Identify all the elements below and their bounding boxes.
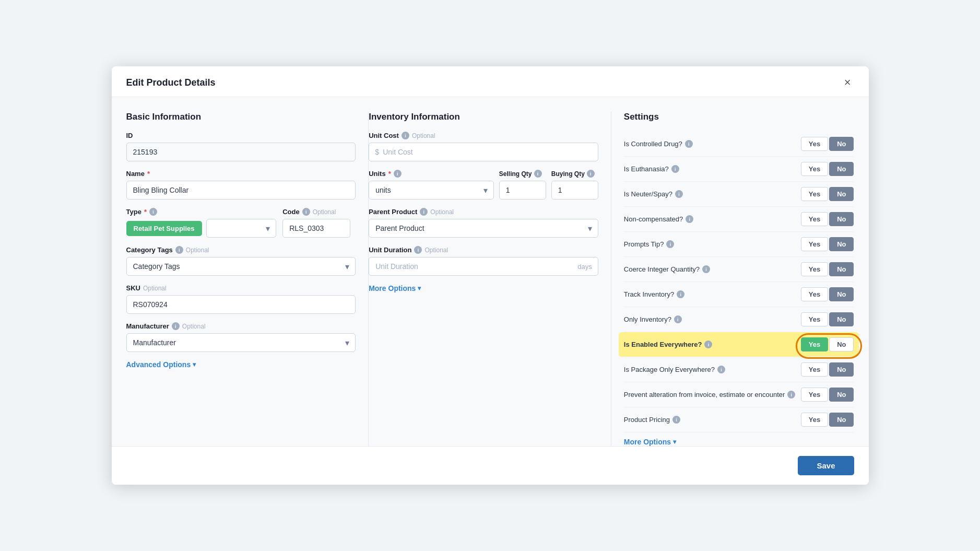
enabled-everywhere-yes-btn[interactable]: Yes xyxy=(801,337,828,351)
settings-row-enabled-everywhere: Is Enabled Everywhere? i Yes No xyxy=(619,332,859,357)
non-compensated-no-btn[interactable]: No xyxy=(829,212,854,226)
settings-row-neuter-spay: Is Neuter/Spay? i Yes No xyxy=(624,182,854,207)
settings-row-package-only: Is Package Only Everywhere? i Yes No xyxy=(624,357,854,382)
package-only-no-btn[interactable]: No xyxy=(829,362,854,377)
non-compensated-yn-group: Yes No xyxy=(801,212,854,226)
units-label: Units* i xyxy=(369,170,494,178)
neuter-spay-label: Is Neuter/Spay? i xyxy=(624,190,801,198)
enabled-everywhere-no-btn[interactable]: No xyxy=(829,337,854,351)
id-label: ID xyxy=(126,132,356,139)
settings-row-controlled-drug: Is Controlled Drug? i Yes No xyxy=(624,132,854,157)
close-button[interactable]: × xyxy=(841,76,854,89)
controlled-drug-yes-btn[interactable]: Yes xyxy=(801,137,828,151)
inventory-more-options-button[interactable]: More Options ▾ xyxy=(369,284,421,292)
buying-qty-input[interactable] xyxy=(551,181,598,200)
package-only-yes-btn[interactable]: Yes xyxy=(801,362,828,377)
settings-row-track-inventory: Track Inventory? i Yes No xyxy=(624,282,854,307)
coerce-integer-no-btn[interactable]: No xyxy=(829,262,854,276)
only-inventory-yes-btn[interactable]: Yes xyxy=(801,312,828,326)
package-only-label: Is Package Only Everywhere? i xyxy=(624,366,801,373)
track-inventory-yn-group: Yes No xyxy=(801,287,854,301)
name-input[interactable] xyxy=(126,181,356,200)
sku-input[interactable] xyxy=(126,295,356,314)
prevent-alteration-no-btn[interactable]: No xyxy=(829,388,854,402)
euthanasia-info-icon: i xyxy=(671,165,679,173)
track-inventory-no-btn[interactable]: No xyxy=(829,287,854,301)
prevent-alteration-info-icon: i xyxy=(787,391,795,398)
coerce-integer-yes-btn[interactable]: Yes xyxy=(801,262,828,276)
controlled-drug-label: Is Controlled Drug? i xyxy=(624,140,801,148)
prompts-tip-yn-group: Yes No xyxy=(801,237,854,251)
manufacturer-select[interactable]: Manufacturer xyxy=(126,333,356,352)
type-info-icon: i xyxy=(149,208,157,216)
category-select-wrapper: Category Tags xyxy=(126,257,356,276)
settings-more-options-button[interactable]: More Options ▾ xyxy=(624,438,676,446)
inventory-section-title: Inventory Information xyxy=(369,112,598,122)
buying-qty-label: Buying Qty i xyxy=(551,170,598,178)
basic-section-title: Basic Information xyxy=(126,112,356,122)
prompts-tip-info-icon: i xyxy=(666,240,674,248)
parent-product-select[interactable]: Parent Product xyxy=(369,219,598,238)
code-label: Code i Optional xyxy=(282,208,356,216)
track-inventory-yes-btn[interactable]: Yes xyxy=(801,287,828,301)
save-button[interactable]: Save xyxy=(798,456,854,475)
product-pricing-label: Product Pricing i xyxy=(624,416,801,424)
prompts-tip-no-btn[interactable]: No xyxy=(829,237,854,251)
only-inventory-no-btn[interactable]: No xyxy=(829,312,854,326)
prompts-tip-yes-btn[interactable]: Yes xyxy=(801,237,828,251)
units-col: Units* i units xyxy=(369,170,494,200)
prevent-alteration-yes-btn[interactable]: Yes xyxy=(801,388,828,402)
enabled-everywhere-yn-group: Yes No xyxy=(801,337,854,351)
settings-row-prompts-tip: Prompts Tip? i Yes No xyxy=(624,232,854,257)
sku-label: SKU Optional xyxy=(126,284,356,292)
code-col: Code i Optional xyxy=(282,208,356,238)
type-select[interactable] xyxy=(206,219,277,238)
manufacturer-label: Manufacturer i Optional xyxy=(126,322,356,330)
name-field-group: Name* xyxy=(126,170,356,200)
prompts-tip-label: Prompts Tip? i xyxy=(624,240,801,248)
units-field-group: Units* i units Selling Qty i xyxy=(369,170,598,200)
product-pricing-yes-btn[interactable]: Yes xyxy=(801,413,828,427)
settings-row-prevent-alteration: Prevent alteration from invoice, estimat… xyxy=(624,382,854,407)
unit-duration-field-group: Unit Duration i Optional days xyxy=(369,246,598,276)
type-select-wrapper xyxy=(206,219,277,238)
selling-qty-input[interactable] xyxy=(499,181,546,200)
product-pricing-no-btn[interactable]: No xyxy=(829,413,854,427)
non-compensated-yes-btn[interactable]: Yes xyxy=(801,212,828,226)
type-badge: Retail Pet Supplies xyxy=(126,221,202,236)
controlled-drug-no-btn[interactable]: No xyxy=(829,137,854,151)
code-input[interactable] xyxy=(282,219,350,238)
euthanasia-yn-group: Yes No xyxy=(801,162,854,176)
id-input[interactable] xyxy=(126,143,356,161)
category-info-icon: i xyxy=(175,246,183,254)
selling-qty-label: Selling Qty i xyxy=(499,170,546,178)
neuter-spay-yes-btn[interactable]: Yes xyxy=(801,187,828,201)
dollar-sign: $ xyxy=(375,148,379,156)
track-inventory-label: Track Inventory? i xyxy=(624,290,801,298)
unit-cost-wrapper: $ xyxy=(369,143,598,161)
euthanasia-yes-btn[interactable]: Yes xyxy=(801,162,828,176)
buying-qty-info-icon: i xyxy=(587,170,595,178)
euthanasia-label: Is Euthanasia? i xyxy=(624,165,801,173)
advanced-options-button[interactable]: Advanced Options ▾ xyxy=(126,360,196,369)
buying-qty-col: Buying Qty i xyxy=(551,170,598,200)
manufacturer-select-wrapper: Manufacturer xyxy=(126,333,356,352)
neuter-spay-no-btn[interactable]: No xyxy=(829,187,854,201)
settings-row-non-compensated: Non-compensated? i Yes No xyxy=(624,207,854,232)
unit-cost-input[interactable] xyxy=(369,143,598,161)
parent-product-label: Parent Product i Optional xyxy=(369,208,598,216)
inventory-more-options-chevron-icon: ▾ xyxy=(418,285,421,292)
units-select[interactable]: units xyxy=(369,181,494,200)
product-pricing-info-icon: i xyxy=(672,416,680,424)
modal-footer: Save xyxy=(112,446,869,485)
category-select[interactable]: Category Tags xyxy=(126,257,356,276)
controlled-drug-info-icon: i xyxy=(685,140,693,148)
product-pricing-yn-group: Yes No xyxy=(801,413,854,427)
days-suffix: days xyxy=(577,263,592,271)
modal-title: Edit Product Details xyxy=(126,77,216,88)
basic-information-section: Basic Information ID Name* Type* i xyxy=(126,112,369,446)
unit-duration-input[interactable] xyxy=(369,257,598,276)
advanced-options-chevron-icon: ▾ xyxy=(193,361,196,368)
euthanasia-no-btn[interactable]: No xyxy=(829,162,854,176)
package-only-info-icon: i xyxy=(717,366,725,373)
